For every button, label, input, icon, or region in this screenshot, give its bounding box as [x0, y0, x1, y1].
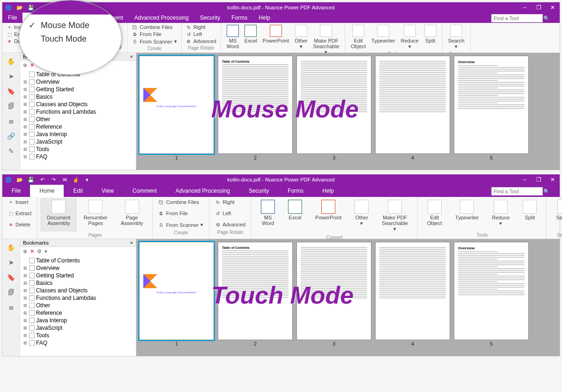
search-button[interactable]: Search ▾	[445, 24, 467, 51]
bm-opt-icon[interactable]: ⚙	[37, 248, 42, 254]
bookmark-item[interactable]: ⊞Other	[20, 116, 136, 123]
expand-icon[interactable]: ⊞	[23, 296, 28, 300]
page-thumbnail[interactable]: Overview5	[454, 56, 529, 167]
hand-tool-icon[interactable]: ✋	[7, 57, 16, 66]
rotate-adv-button[interactable]: ⚙Advanced	[212, 220, 248, 229]
pages-tool-icon[interactable]: 🗐	[7, 288, 16, 297]
bm-add-icon[interactable]: ⊕	[23, 248, 27, 254]
zoom-option-touch[interactable]: Touch Mode	[19, 32, 121, 46]
globe-icon[interactable]: 🌐	[5, 176, 12, 183]
reduce-button[interactable]: Reduce ▾	[486, 198, 517, 232]
to-ppt-button[interactable]: PowerPoint	[309, 198, 348, 234]
expand-icon[interactable]: ⊞	[23, 318, 28, 323]
expand-icon[interactable]: ⊞	[23, 139, 28, 144]
expand-icon[interactable]: ⊞	[23, 102, 28, 107]
to-other-button[interactable]: Other ▾	[292, 24, 311, 56]
open-icon[interactable]: 📂	[16, 176, 23, 183]
page-thumbnail[interactable]: 4	[375, 56, 450, 167]
combine-button[interactable]: ⿻Combine Files	[131, 24, 178, 30]
expand-icon[interactable]: ⊞	[23, 117, 28, 122]
bookmark-item[interactable]: ⊞Getting Started	[20, 86, 136, 93]
touch-toggle-icon[interactable]: ☝	[73, 176, 79, 183]
rotate-right-button[interactable]: ↻Right	[185, 24, 218, 30]
zoom-option-mouse[interactable]: ✓ Mouse Mode	[19, 18, 121, 32]
save-icon[interactable]: 💾	[28, 4, 34, 11]
menu-edit[interactable]: Edit	[64, 185, 92, 197]
menu-comment[interactable]: Comment	[123, 185, 166, 197]
open-icon[interactable]: 📂	[16, 4, 23, 11]
make-searchable-button[interactable]: Make PDF Searchable ▾	[375, 198, 414, 234]
reduce-button[interactable]: Reduce ▾	[398, 24, 422, 51]
expand-icon[interactable]: ⊞	[23, 303, 28, 308]
bookmark-item[interactable]: ⊞Tools	[20, 332, 136, 339]
bookmark-item[interactable]: ⊞Functions and Lambdas	[20, 294, 136, 302]
rotate-left-button[interactable]: ↺Left	[212, 209, 248, 218]
page-assembly-button[interactable]: Page Assembly	[114, 198, 150, 232]
redo-icon[interactable]: ↷	[50, 176, 57, 183]
bookmark-item[interactable]: ⊞JavaScript	[20, 138, 136, 145]
menu-forms[interactable]: Forms	[226, 13, 253, 23]
bookmark-item[interactable]: ⊞Other	[20, 302, 136, 309]
menu-security[interactable]: Security	[239, 185, 278, 197]
bookmark-item[interactable]: ⊞Functions and Lambdas	[20, 108, 136, 116]
close-button[interactable]: ✕	[546, 4, 560, 11]
combine-button[interactable]: ⿻Combine Files	[155, 198, 206, 206]
to-ppt-button[interactable]: PowerPoint	[260, 24, 292, 56]
maximize-button[interactable]: ❐	[532, 176, 546, 183]
expand-icon[interactable]: ⊞	[23, 333, 28, 338]
edit-object-button[interactable]: Edit Object	[348, 24, 369, 51]
typewriter-button[interactable]: Typewriter	[369, 24, 398, 51]
attach-tool-icon[interactable]: 🔗	[7, 131, 16, 141]
bookmark-item[interactable]: ⊞Classes and Objects	[20, 101, 136, 108]
globe-icon[interactable]: 🌐	[5, 4, 12, 11]
maximize-button[interactable]: ❐	[532, 4, 546, 11]
page-thumbnail[interactable]: Kotlin Language Documentation1	[139, 242, 214, 353]
minimize-button[interactable]: –	[518, 4, 532, 11]
renumber-button[interactable]: Renumber Pages	[77, 198, 114, 232]
find-input[interactable]	[491, 187, 543, 196]
split-button[interactable]: Split	[516, 198, 543, 232]
bookmark-item[interactable]: ⊞Overview	[20, 264, 136, 272]
pages-tool-icon[interactable]: 🗐	[7, 102, 16, 111]
expand-icon[interactable]: ⊞	[23, 311, 28, 315]
expand-icon[interactable]: ⊞	[23, 94, 28, 99]
qat-dropdown-icon[interactable]: ▾	[84, 176, 90, 183]
expand-icon[interactable]: ⊞	[23, 273, 28, 278]
bm-add-icon[interactable]: ⊕	[23, 62, 27, 68]
arrow-tool-icon[interactable]: ➤	[7, 258, 16, 267]
to-excel-button[interactable]: Excel	[281, 198, 309, 234]
bookmark-tool-icon[interactable]: 🔖	[7, 273, 16, 282]
layers-tool-icon[interactable]: ≣	[7, 303, 16, 312]
expand-icon[interactable]: ⊞	[23, 154, 28, 159]
bookmark-item[interactable]: ⊞Classes and Objects	[20, 287, 136, 294]
bookmark-item[interactable]: ⊞Tools	[20, 145, 136, 153]
extract-button[interactable]: ⬚Extract	[5, 209, 34, 218]
rotate-left-button[interactable]: ↺Left	[185, 31, 218, 37]
insert-button[interactable]: ＋Insert	[5, 198, 34, 206]
arrow-tool-icon[interactable]: ➤	[7, 72, 16, 81]
fromscan-button[interactable]: ⎙From Scanner ▾	[131, 38, 178, 45]
bm-more-icon[interactable]: ▾	[44, 248, 47, 254]
expand-icon[interactable]: ⊞	[23, 124, 28, 129]
fromfile-button[interactable]: 🗎From File	[131, 31, 178, 37]
close-button[interactable]: ✕	[546, 176, 560, 183]
split-button[interactable]: Split	[422, 24, 439, 51]
to-word-button[interactable]: MS Word	[254, 198, 281, 234]
make-searchable-button[interactable]: Make PDF Searchable ▾	[311, 24, 342, 56]
expand-icon[interactable]: ⊞	[23, 266, 28, 270]
expand-icon[interactable]: ⊞	[23, 87, 28, 92]
menu-home[interactable]: Home	[30, 185, 64, 197]
bookmark-item[interactable]: ⊞Overview	[20, 78, 136, 86]
page-thumbnail[interactable]: Kotlin Language Documentation1	[139, 56, 214, 167]
find-input[interactable]	[491, 14, 543, 22]
expand-icon[interactable]: ⊞	[23, 109, 28, 114]
delete-button[interactable]: ✕Delete	[5, 220, 34, 229]
rotate-right-button[interactable]: ↻Right	[212, 198, 248, 206]
panel-close-icon[interactable]: ×	[130, 54, 133, 59]
fromscan-button[interactable]: ⎙From Scanner ▾	[155, 220, 206, 229]
bookmark-item[interactable]: ⊞Reference	[20, 123, 136, 131]
bookmark-item[interactable]: ⊞FAQ	[20, 153, 136, 160]
bookmark-tool-icon[interactable]: 🔖	[7, 87, 16, 96]
expand-icon[interactable]: ⊞	[23, 132, 28, 137]
ribbon-collapse-icon[interactable]: ^	[550, 15, 558, 21]
